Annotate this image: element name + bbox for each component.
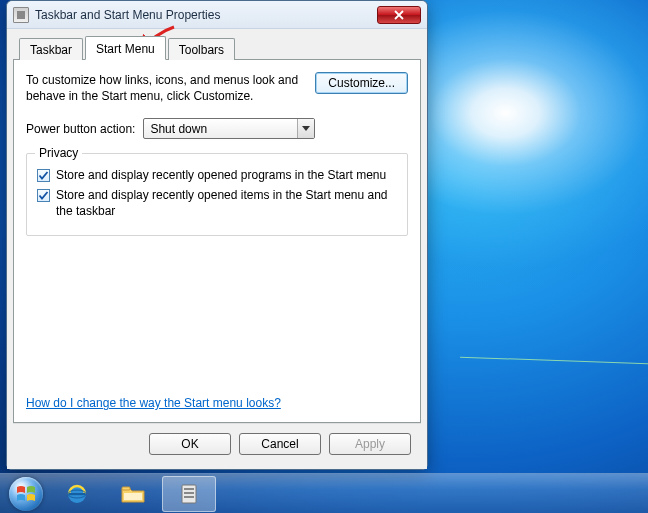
wallpaper-flare [460,357,648,365]
window-icon [13,7,29,23]
taskbar-item-ie[interactable] [50,476,104,512]
window-title: Taskbar and Start Menu Properties [35,8,377,22]
help-link[interactable]: How do I change the way the Start menu l… [26,396,408,410]
check-icon [38,170,49,181]
tab-toolbars[interactable]: Toolbars [168,38,235,60]
windows-logo-icon [16,484,36,504]
dialog-button-row: OK Cancel Apply [13,423,421,463]
ok-button[interactable]: OK [149,433,231,455]
taskbar [0,473,648,513]
window-body: Taskbar Start Menu Toolbars To customize… [7,29,427,469]
close-icon [394,10,404,20]
svg-rect-4 [122,487,130,490]
tab-start-menu[interactable]: Start Menu [85,36,166,60]
check-icon [38,190,49,201]
power-button-combo[interactable]: Shut down [143,118,315,139]
ie-icon [63,482,91,506]
chevron-down-icon [297,119,314,138]
privacy-legend: Privacy [35,146,82,160]
intro-text: To customize how links, icons, and menus… [26,72,307,104]
privacy-items-label[interactable]: Store and display recently opened items … [56,188,397,219]
tab-strip: Taskbar Start Menu Toolbars [13,35,421,59]
privacy-group: Privacy Store and display recently opene… [26,153,408,236]
folder-icon [119,482,147,506]
titlebar[interactable]: Taskbar and Start Menu Properties [7,1,427,29]
svg-rect-6 [184,488,194,490]
apply-button[interactable]: Apply [329,433,411,455]
properties-window: Taskbar and Start Menu Properties Taskba… [6,0,428,470]
start-button[interactable] [4,475,48,513]
taskbar-item-explorer[interactable] [106,476,160,512]
close-button[interactable] [377,6,421,24]
privacy-items-checkbox[interactable] [37,189,50,202]
customize-button[interactable]: Customize... [315,72,408,94]
privacy-programs-checkbox[interactable] [37,169,50,182]
svg-rect-7 [184,492,194,494]
svg-rect-8 [184,496,194,498]
power-button-value: Shut down [143,118,315,139]
taskbar-item-properties[interactable] [162,476,216,512]
privacy-programs-label[interactable]: Store and display recently opened progra… [56,168,386,184]
desktop-background: Taskbar and Start Menu Properties Taskba… [0,0,648,513]
svg-rect-3 [124,493,142,500]
svg-rect-2 [69,493,85,495]
cancel-button[interactable]: Cancel [239,433,321,455]
tab-page-start-menu: To customize how links, icons, and menus… [13,59,421,423]
power-button-label: Power button action: [26,122,135,136]
tab-taskbar[interactable]: Taskbar [19,38,83,60]
properties-icon [175,482,203,506]
